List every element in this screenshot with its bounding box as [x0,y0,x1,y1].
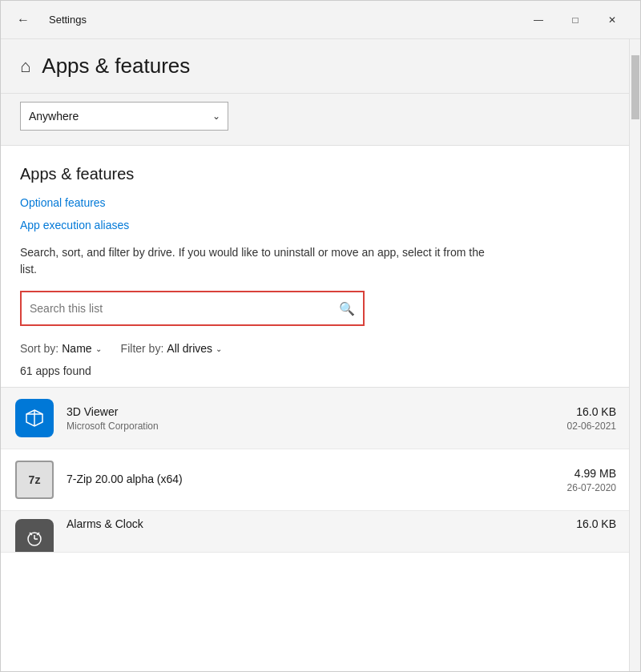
title-bar: ← Settings — □ ✕ [1,1,640,39]
app-icon-3d-viewer [15,399,54,437]
sort-label: Sort by: [20,342,58,355]
app-icon-wrapper-alarms [14,517,55,553]
search-input[interactable] [22,292,363,324]
apps-count: 61 apps found [20,364,610,377]
filter-chevron-icon: ⌄ [216,344,222,353]
optional-features-link[interactable]: Optional features [20,196,610,209]
window-controls: — □ ✕ [520,1,631,39]
section-title: Apps & features [20,165,610,183]
maximize-button[interactable]: □ [557,1,594,39]
page-header: ⌂ Apps & features [1,39,629,94]
app-name-7zip: 7-Zip 20.00 alpha (x64) [67,473,554,485]
app-icon-wrapper-7zip: 7z [14,459,55,501]
page-title: Apps & features [42,54,190,78]
app-name-3d-viewer: 3D Viewer [67,405,554,418]
app-meta-alarms: 16.0 KB [576,517,616,533]
filter-value: All drives [167,342,212,355]
home-icon: ⌂ [20,56,30,77]
app-name-alarms: Alarms & Clock [67,517,563,530]
scrollbar[interactable] [629,39,640,671]
app-icon-7zip: 7z [15,461,54,499]
sort-filter-bar: Sort by: Name ⌄ Filter by: All drives ⌄ [20,342,610,355]
title-bar-left: ← Settings [10,7,87,33]
search-box-container: 🔍 [20,291,365,326]
app-date-3d-viewer: 02-06-2021 [567,421,616,432]
main-panel: ⌂ Apps & features Anywhere Microsoft Sto… [1,39,629,671]
app-publisher-3d-viewer: Microsoft Corporation [67,421,554,432]
app-item-7zip[interactable]: 7z 7-Zip 20.00 alpha (x64) 4.99 MB 26-07… [1,449,629,511]
app-item-alarms[interactable]: Alarms & Clock 16.0 KB [1,511,629,553]
app-meta-7zip: 4.99 MB 26-07-2020 [567,467,616,493]
app-execution-aliases-link[interactable]: App execution aliases [20,219,610,231]
install-source-dropdown[interactable]: Anywhere Microsoft Store only Anywhere, … [20,102,228,131]
back-button[interactable]: ← [10,7,36,33]
anywhere-dropdown-wrapper: Anywhere Microsoft Store only Anywhere, … [20,102,228,131]
app-size-3d-viewer: 16.0 KB [567,405,616,418]
filter-by-control[interactable]: Filter by: All drives ⌄ [121,342,222,355]
app-list: 3D Viewer Microsoft Corporation 16.0 KB … [1,387,629,553]
sort-chevron-icon: ⌄ [95,344,102,353]
app-item-3d-viewer[interactable]: 3D Viewer Microsoft Corporation 16.0 KB … [1,388,629,449]
app-icon-wrapper-3d-viewer [14,397,55,439]
content-area: ⌂ Apps & features Anywhere Microsoft Sto… [1,39,640,671]
close-button[interactable]: ✕ [594,1,631,39]
app-size-7zip: 4.99 MB [567,467,616,480]
sort-value: Name [62,342,91,355]
app-size-alarms: 16.0 KB [576,517,616,530]
scrollbar-thumb[interactable] [631,55,639,119]
app-info-7zip: 7-Zip 20.00 alpha (x64) [67,473,554,488]
dropdown-area: Anywhere Microsoft Store only Anywhere, … [1,94,629,146]
app-meta-3d-viewer: 16.0 KB 02-06-2021 [567,405,616,432]
filter-label: Filter by: [121,342,164,355]
app-icon-alarms [15,519,54,553]
minimize-button[interactable]: — [520,1,557,39]
app-info-3d-viewer: 3D Viewer Microsoft Corporation [67,405,554,432]
settings-window: ← Settings — □ ✕ ⌂ Apps & features Anywh… [0,0,641,672]
app-info-alarms: Alarms & Clock [67,517,563,533]
sort-by-control[interactable]: Sort by: Name ⌄ [20,342,102,355]
window-title: Settings [49,14,87,26]
description-text: Search, sort, and filter by drive. If yo… [20,244,501,278]
app-date-7zip: 26-07-2020 [567,482,616,493]
section-content: Apps & features Optional features App ex… [1,146,629,377]
